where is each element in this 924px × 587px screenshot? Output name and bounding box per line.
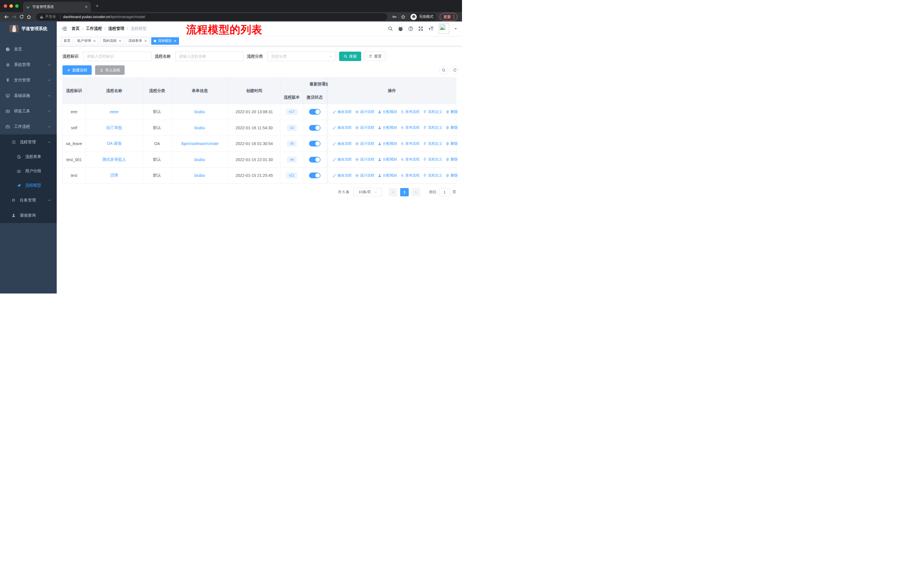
tag-process-model[interactable]: 流程模型✕	[151, 37, 179, 45]
window-close-button[interactable]	[4, 4, 7, 8]
tag-tenant[interactable]: 租户管理✕	[75, 37, 99, 45]
url-path[interactable]: /bpm/manager/model	[110, 15, 145, 19]
delete-process-link[interactable]: 删除	[446, 157, 458, 162]
avatar-caret-icon[interactable]	[454, 27, 457, 30]
breadcrumb-home[interactable]: 首页	[72, 26, 80, 31]
forward-icon[interactable]	[10, 13, 18, 21]
edit-process-link[interactable]: 修改流程	[333, 125, 352, 130]
design-process-link[interactable]: 设计流程	[355, 109, 375, 114]
address-bar[interactable]: 不安全 dashboard.yudao.iocoder.cn/bpm/manag…	[36, 13, 387, 21]
close-icon[interactable]: ✕	[144, 39, 147, 43]
home-icon[interactable]	[25, 13, 33, 21]
form-info-link[interactable]: biubiu	[195, 109, 205, 114]
process-definition-link[interactable]: 流程定义	[423, 141, 442, 146]
assign-rule-link[interactable]: 分配规则	[378, 109, 397, 114]
tag-my-process[interactable]: 我的流程✕	[100, 37, 124, 45]
key-icon[interactable]	[391, 13, 398, 21]
process-name-link[interactable]: 自己审批	[106, 125, 122, 131]
process-category-select[interactable]: 流程分类	[267, 51, 336, 61]
active-toggle[interactable]	[309, 125, 320, 131]
publish-process-link[interactable]: 发布流程	[401, 157, 420, 162]
reset-button[interactable]: 重置	[364, 51, 386, 61]
not-secure-warning-icon[interactable]	[40, 15, 43, 19]
sidebar-item-process-model[interactable]: 流程模型	[0, 178, 57, 193]
import-process-button[interactable]: 导入流程	[95, 65, 125, 75]
page-size-select[interactable]: 10条/页	[353, 188, 382, 196]
design-process-link[interactable]: 设计流程	[355, 141, 375, 146]
publish-process-link[interactable]: 发布流程	[401, 109, 420, 114]
process-id-input[interactable]	[87, 54, 148, 58]
version-badge[interactable]: v21	[286, 172, 297, 178]
breadcrumb-workflow[interactable]: 工作流程	[86, 26, 102, 31]
sidebar-item-infrastructure[interactable]: 基础设施	[0, 88, 57, 104]
browser-menu-icon[interactable]	[454, 15, 455, 19]
tab-close-icon[interactable]: ✕	[84, 5, 88, 9]
close-icon[interactable]: ✕	[93, 39, 96, 43]
assign-rule-link[interactable]: 分配规则	[378, 141, 397, 146]
assign-rule-link[interactable]: 分配规则	[378, 173, 397, 178]
search-button[interactable]: 搜索	[339, 51, 361, 61]
version-badge[interactable]: v5	[287, 141, 297, 147]
process-definition-link[interactable]: 流程定义	[423, 173, 442, 178]
reload-icon[interactable]	[18, 13, 25, 21]
edit-process-link[interactable]: 修改流程	[333, 109, 352, 114]
browser-update-button[interactable]: 更新	[440, 13, 457, 21]
help-icon[interactable]	[408, 26, 413, 31]
process-definition-link[interactable]: 流程定义	[423, 157, 442, 162]
sidebar-item-devtools[interactable]: 研发工具	[0, 104, 57, 119]
page-1-button[interactable]: 1	[400, 188, 409, 196]
delete-process-link[interactable]: 删除	[446, 125, 458, 130]
sidebar-item-system[interactable]: 系统管理	[0, 57, 57, 73]
sidebar-item-payment[interactable]: ¥ 支付管理	[0, 73, 57, 88]
process-name-link[interactable]: 测试多审批人	[102, 157, 126, 162]
publish-process-link[interactable]: 发布流程	[401, 173, 420, 178]
create-process-button[interactable]: 新建流程	[63, 65, 92, 75]
sidebar-item-task-management[interactable]: 任务管理	[0, 193, 57, 208]
url-host[interactable]: dashboard.yudao.iocoder.cn	[63, 15, 110, 19]
browser-tab[interactable]: 芋道管理系统 ✕	[23, 2, 91, 12]
avatar[interactable]	[439, 23, 449, 34]
sidebar-item-user-group[interactable]: 用户分组	[0, 164, 57, 178]
design-process-link[interactable]: 设计流程	[355, 173, 375, 178]
active-toggle[interactable]	[309, 141, 320, 147]
version-badge[interactable]: v17	[286, 109, 297, 115]
process-name-link[interactable]: OA 请假	[107, 141, 121, 146]
github-icon[interactable]	[398, 26, 403, 31]
window-minimize-button[interactable]	[10, 4, 13, 8]
sidebar-item-home[interactable]: 首页	[0, 41, 57, 57]
process-definition-link[interactable]: 流程定义	[423, 125, 442, 130]
process-definition-link[interactable]: 流程定义	[423, 109, 442, 114]
design-process-link[interactable]: 设计流程	[355, 125, 375, 130]
active-toggle[interactable]	[309, 172, 320, 178]
process-name-link[interactable]: 滔博	[110, 173, 118, 178]
next-page-button[interactable]	[412, 188, 420, 196]
form-info-link[interactable]: biubiu	[195, 173, 205, 178]
security-label[interactable]: 不安全	[45, 14, 56, 19]
process-name-link[interactable]: eeee	[110, 109, 119, 114]
design-process-link[interactable]: 设计流程	[355, 157, 375, 162]
close-icon[interactable]: ✕	[173, 39, 177, 43]
tag-process-form[interactable]: 流程表单✕	[126, 37, 150, 45]
app-logo-row[interactable]: 芋道管理系统	[0, 21, 57, 36]
font-size-icon[interactable]	[428, 26, 434, 31]
search-icon[interactable]	[388, 26, 393, 31]
form-info-link[interactable]: biubiu	[195, 157, 205, 162]
show-search-icon-button[interactable]	[439, 66, 448, 74]
breadcrumb-process-management[interactable]: 流程管理	[108, 26, 124, 31]
process-name-input[interactable]	[179, 54, 240, 58]
window-zoom-button[interactable]	[15, 4, 19, 8]
publish-process-link[interactable]: 发布流程	[401, 125, 420, 130]
delete-process-link[interactable]: 删除	[446, 141, 458, 146]
bookmark-star-icon[interactable]	[399, 13, 407, 21]
publish-process-link[interactable]: 发布流程	[401, 141, 420, 146]
edit-process-link[interactable]: 修改流程	[333, 157, 352, 162]
sidebar-item-workflow[interactable]: 工作流程	[0, 119, 57, 134]
refresh-table-button[interactable]	[450, 66, 459, 74]
tag-home[interactable]: 首页	[61, 37, 73, 45]
edit-process-link[interactable]: 修改流程	[333, 173, 352, 178]
active-toggle[interactable]	[309, 157, 320, 162]
form-info-link[interactable]: biubiu	[195, 126, 205, 130]
version-badge[interactable]: v2	[287, 125, 297, 131]
close-icon[interactable]: ✕	[119, 39, 121, 43]
assign-rule-link[interactable]: 分配规则	[378, 125, 397, 130]
